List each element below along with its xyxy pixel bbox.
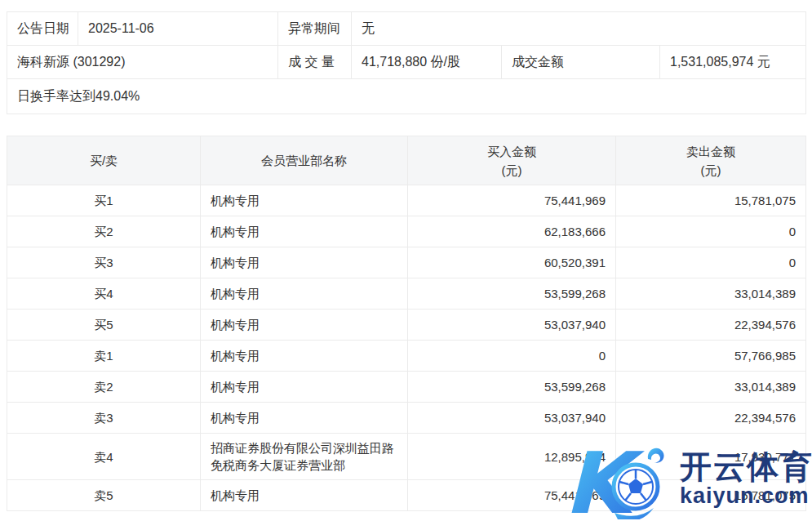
cell-sell: 15,781,075: [616, 480, 806, 511]
abnormal-period-label: 异常期间: [278, 12, 352, 46]
table-row: 卖2机构专用53,599,26833,014,389: [7, 372, 806, 403]
header-sell-line1: 卖出金额: [686, 145, 735, 158]
info-row-note: 日换手率达到49.04%: [7, 79, 806, 114]
cell-branch: 机构专用: [201, 480, 408, 511]
cell-buy: 75,441,969: [408, 185, 616, 216]
cell-sell: 33,014,389: [616, 372, 806, 403]
cell-branch: 机构专用: [201, 185, 408, 216]
cell-branch: 机构专用: [201, 216, 408, 247]
cell-buy: 53,599,268: [408, 372, 616, 403]
cell-sell: 22,394,576: [616, 403, 806, 434]
cell-branch: 机构专用: [201, 403, 408, 434]
cell-buy: 53,037,940: [408, 403, 616, 434]
abnormal-period-value: 无: [352, 12, 806, 46]
cell-side: 买1: [7, 185, 201, 216]
cell-branch: 招商证券股份有限公司深圳益田路免税商务大厦证券营业部: [201, 434, 408, 480]
table-row: 买5机构专用53,037,94022,394,576: [7, 310, 806, 341]
cell-side: 卖3: [7, 403, 201, 434]
cell-sell: 15,781,075: [616, 185, 806, 216]
cell-branch: 机构专用: [201, 310, 408, 341]
table-row: 买1机构专用75,441,96915,781,075: [7, 185, 806, 216]
cell-buy: 53,037,940: [408, 310, 616, 341]
trade-table-body: 买1机构专用75,441,96915,781,075买2机构专用62,183,6…: [7, 185, 806, 511]
cell-side: 卖1: [7, 341, 201, 372]
turnover-label: 成交金额: [502, 46, 660, 79]
cell-side: 卖2: [7, 372, 201, 403]
cell-side: 卖5: [7, 480, 201, 511]
header-side: 买/卖: [7, 136, 201, 185]
cell-branch: 机构专用: [201, 341, 408, 372]
table-row: 卖3机构专用53,037,94022,394,576: [7, 403, 806, 434]
cell-sell: 22,394,576: [616, 310, 806, 341]
cell-buy: 62,183,666: [408, 216, 616, 247]
announcement-date-label: 公告日期: [7, 12, 78, 46]
turnover-rate-note: 日换手率达到49.04%: [7, 79, 806, 114]
table-row: 卖1机构专用057,766,985: [7, 341, 806, 372]
header-buy-line1: 买入金额: [487, 145, 536, 158]
cell-buy: 75,441,969: [408, 480, 616, 511]
cell-sell: 0: [616, 216, 806, 247]
cell-side: 买5: [7, 310, 201, 341]
turnover-value: 1,531,085,974 元: [660, 46, 806, 79]
volume-label: 成 交 量: [278, 46, 352, 79]
stock-info-panel: 公告日期 2025-11-06 异常期间 无 海科新源 (301292) 成 交…: [7, 11, 806, 114]
header-buy: 买入金额 (元): [408, 136, 616, 185]
info-row-date: 公告日期 2025-11-06 异常期间 无: [7, 12, 806, 46]
cell-sell: 57,766,985: [616, 341, 806, 372]
table-row: 卖5机构专用75,441,96915,781,075: [7, 480, 806, 511]
header-branch: 会员营业部名称: [201, 136, 408, 185]
header-sell-line2: (元): [701, 163, 721, 177]
cell-buy: 12,895,934: [408, 434, 616, 480]
cell-side: 买4: [7, 278, 201, 310]
cell-buy: 0: [408, 341, 616, 372]
volume-value: 41,718,880 份/股: [352, 46, 502, 79]
table-header-row: 买/卖 会员营业部名称 买入金额 (元) 卖出金额 (元): [7, 136, 806, 185]
cell-sell: 33,014,389: [616, 278, 806, 310]
announcement-date-value: 2025-11-06: [78, 12, 278, 46]
header-buy-line2: (元): [502, 163, 522, 177]
table-row: 买3机构专用60,520,3910: [7, 247, 806, 278]
stock-name: 海科新源 (301292): [7, 46, 278, 79]
cell-side: 买2: [7, 216, 201, 247]
cell-side: 卖4: [7, 434, 201, 480]
header-sell: 卖出金额 (元): [616, 136, 806, 185]
cell-buy: 60,520,391: [408, 247, 616, 278]
cell-side: 买3: [7, 247, 201, 278]
trade-seats-table: 买/卖 会员营业部名称 买入金额 (元) 卖出金额 (元) 买1机构专用75,4…: [7, 136, 806, 511]
table-row: 买2机构专用62,183,6660: [7, 216, 806, 247]
table-row: 买4机构专用53,599,26833,014,389: [7, 278, 806, 310]
cell-branch: 机构专用: [201, 278, 408, 310]
cell-branch: 机构专用: [201, 372, 408, 403]
info-row-stock: 海科新源 (301292) 成 交 量 41,718,880 份/股 成交金额 …: [7, 46, 806, 79]
cell-sell: 0: [616, 247, 806, 278]
cell-branch: 机构专用: [201, 247, 408, 278]
lhb-detail-page: 公告日期 2025-11-06 异常期间 无 海科新源 (301292) 成 交…: [0, 0, 812, 530]
cell-buy: 53,599,268: [408, 278, 616, 310]
table-row: 卖4招商证券股份有限公司深圳益田路免税商务大厦证券营业部12,895,93417…: [7, 434, 806, 480]
cell-sell: 17,930,771: [616, 434, 806, 480]
